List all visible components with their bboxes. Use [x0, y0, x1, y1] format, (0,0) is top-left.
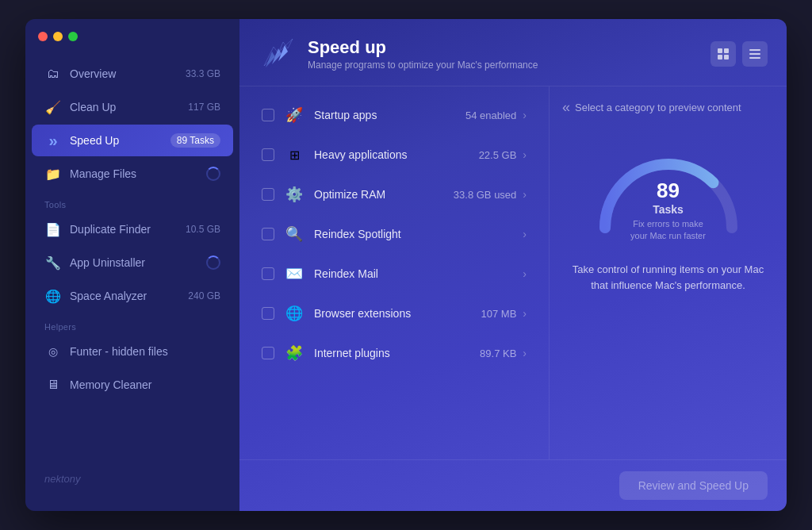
svg-rect-7 — [724, 55, 729, 60]
sidebar-item-value: 240 GB — [188, 290, 220, 301]
grid-view-button[interactable] — [710, 41, 736, 67]
mail-name: Reindex Mail — [314, 267, 516, 280]
spaceanalyzer-icon: 🌐 — [44, 287, 62, 305]
spotlight-arrow: › — [523, 228, 527, 240]
brand-logo: nektony — [44, 473, 81, 485]
spotlight-checkbox[interactable] — [262, 228, 274, 240]
sidebar-item-label: Duplicate Finder — [70, 223, 186, 236]
hint-icon: « — [562, 99, 570, 116]
preview-hint: « Select a category to preview content — [562, 99, 741, 116]
browser-value: 107 MB — [481, 308, 517, 320]
review-button[interactable]: Review and Speed Up — [619, 471, 768, 500]
svg-rect-10 — [749, 57, 760, 59]
memorycleaner-icon: 🖥 — [44, 376, 62, 394]
svg-rect-9 — [749, 53, 760, 55]
heavy-value: 22.5 GB — [479, 149, 517, 161]
close-button[interactable] — [38, 32, 48, 41]
list-item-plugins[interactable]: 🧩 Internet plugins 89.7 KB › — [252, 334, 536, 372]
overview-icon: 🗂 — [44, 65, 62, 83]
list-item-spotlight[interactable]: 🔍 Reindex Spotlight › — [252, 215, 536, 253]
sidebar-item-appuninstaller[interactable]: 🔧 App Uninstaller — [32, 247, 233, 278]
mail-arrow: › — [523, 267, 527, 280]
sidebar-item-label: Manage Files — [70, 167, 206, 180]
spotlight-icon: 🔍 — [284, 224, 304, 244]
duplicatefinder-icon: 📄 — [44, 221, 62, 238]
maximize-button[interactable] — [68, 32, 78, 41]
browser-arrow: › — [523, 307, 527, 320]
ram-checkbox[interactable] — [262, 188, 274, 201]
preview-description: Take control of running items on your Ma… — [573, 262, 764, 293]
browser-checkbox[interactable] — [262, 307, 274, 320]
mail-checkbox[interactable] — [262, 267, 274, 280]
appuninstaller-icon: 🔧 — [44, 254, 62, 271]
minimize-button[interactable] — [53, 32, 63, 41]
sidebar-item-label: Space Analyzer — [70, 290, 188, 302]
helpers-section-label: Helpers — [25, 313, 239, 335]
plugins-checkbox[interactable] — [262, 347, 274, 359]
sidebar-item-label: Funter - hidden files — [70, 345, 220, 358]
tasks-badge: 89 Tasks — [170, 133, 220, 148]
ram-name: Optimize RAM — [314, 188, 454, 201]
heavy-icon: ⊞ — [284, 144, 304, 165]
sidebar-item-spaceanalyzer[interactable]: 🌐 Space Analyzer 240 GB — [32, 280, 233, 312]
sidebar-item-overview[interactable]: 🗂 Overview 33.3 GB — [32, 58, 233, 90]
startup-checkbox[interactable] — [262, 109, 274, 121]
sidebar-item-label: Overview — [70, 67, 186, 80]
ram-icon: ⚙️ — [284, 184, 304, 205]
plugins-name: Internet plugins — [314, 347, 480, 359]
sidebar-item-speedup[interactable]: » Speed Up 89 Tasks — [32, 125, 233, 156]
svg-rect-5 — [724, 48, 729, 53]
header-actions — [710, 41, 768, 67]
sidebar-footer: nektony — [25, 459, 239, 498]
page-title: Speed up — [308, 37, 710, 58]
ram-arrow: › — [523, 188, 527, 201]
heavy-checkbox[interactable] — [262, 148, 274, 161]
list-item-browser[interactable]: 🌐 Browser extensions 107 MB › — [252, 294, 536, 332]
svg-rect-8 — [749, 49, 760, 51]
list-item-startup[interactable]: 🚀 Startup apps 54 enabled › — [252, 96, 536, 134]
tools-section-label: Tools — [25, 190, 239, 213]
app-window: 🗂 Overview 33.3 GB 🧹 Clean Up 117 GB » S… — [25, 19, 787, 511]
sidebar-item-label: Memory Cleaner — [70, 378, 220, 391]
sidebar-item-memorycleaner[interactable]: 🖥 Memory Cleaner — [32, 369, 233, 401]
ram-value: 33.8 GB used — [454, 189, 517, 201]
heavy-arrow: › — [523, 148, 527, 161]
browser-name: Browser extensions — [314, 307, 481, 320]
list-item-heavy[interactable]: ⊞ Heavy applications 22.5 GB › — [252, 136, 536, 174]
startup-icon: 🚀 — [284, 105, 304, 125]
sidebar-item-duplicatefinder[interactable]: 📄 Duplicate Finder 10.5 GB — [32, 213, 233, 245]
main-content: Speed up Manage programs to optimize you… — [239, 19, 787, 511]
sidebar-item-cleanup[interactable]: 🧹 Clean Up 117 GB — [32, 91, 233, 123]
page-subtitle: Manage programs to optimize your Mac's p… — [308, 60, 710, 71]
funter-icon: ◎ — [44, 343, 62, 360]
gauge-sub: Fix errors to make your Mac run faster — [630, 218, 706, 243]
sidebar-item-label: Clean Up — [70, 101, 188, 113]
list-view-button[interactable] — [742, 41, 768, 67]
gauge-number: 89 — [630, 179, 706, 202]
main-footer: Review and Speed Up — [239, 459, 787, 511]
gauge-container: 89 Tasks Fix errors to make your Mac run… — [589, 144, 748, 240]
list-item-mail[interactable]: ✉️ Reindex Mail › — [252, 255, 536, 293]
loading-spinner — [206, 167, 220, 181]
sidebar-item-label: Speed Up — [70, 134, 170, 147]
sidebar: 🗂 Overview 33.3 GB 🧹 Clean Up 117 GB » S… — [25, 19, 239, 511]
content-area: 🚀 Startup apps 54 enabled › ⊞ Heavy appl… — [239, 86, 787, 459]
loading-spinner — [206, 255, 220, 270]
speedup-icon: » — [44, 132, 62, 149]
sidebar-item-value: 33.3 GB — [186, 68, 220, 79]
titlebar — [25, 32, 239, 57]
gauge-label: Tasks — [653, 203, 684, 216]
sidebar-item-managefiles[interactable]: 📁 Manage Files — [32, 158, 233, 190]
hint-text: Select a category to preview content — [575, 102, 741, 113]
main-header: Speed up Manage programs to optimize you… — [239, 19, 787, 86]
list-item-ram[interactable]: ⚙️ Optimize RAM 33.8 GB used › — [252, 175, 536, 213]
plugins-arrow: › — [523, 347, 527, 359]
spotlight-name: Reindex Spotlight — [314, 228, 516, 240]
sidebar-item-funter[interactable]: ◎ Funter - hidden files — [32, 336, 233, 367]
browser-icon: 🌐 — [284, 303, 304, 324]
mail-icon: ✉️ — [284, 263, 304, 284]
svg-rect-6 — [718, 55, 722, 60]
header-title-block: Speed up Manage programs to optimize you… — [308, 37, 710, 71]
startup-value: 54 enabled — [465, 109, 516, 121]
heavy-name: Heavy applications — [314, 148, 479, 161]
